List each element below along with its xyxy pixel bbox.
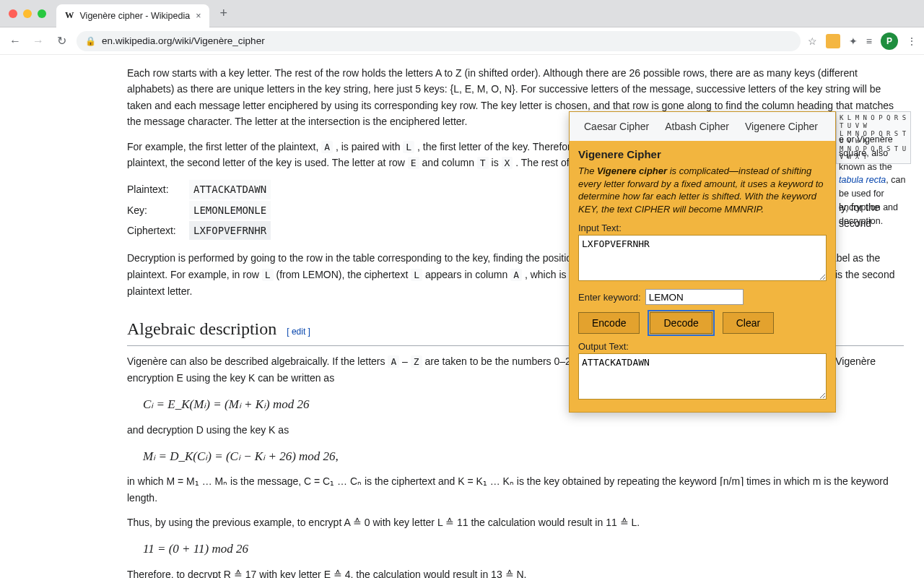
input-textarea[interactable] — [578, 235, 827, 281]
output-text-label: Output Text: — [578, 341, 827, 352]
tab-vigenere[interactable]: Vigenere Cipher — [745, 121, 818, 132]
bookmark-star-icon[interactable]: ☆ — [808, 35, 817, 47]
cipher-tabs: Caesar Cipher Atbash Cipher Vigenere Cip… — [570, 112, 835, 141]
input-text-label: Input Text: — [578, 223, 827, 233]
url-text: en.wikipedia.org/wiki/Vigenère_cipher — [102, 35, 265, 46]
new-tab-button[interactable]: + — [215, 6, 232, 21]
cipher-extension-popup: Caesar Cipher Atbash Cipher Vigenere Cip… — [569, 111, 836, 413]
decode-button[interactable]: Decode — [650, 312, 712, 334]
close-window-icon[interactable] — [9, 9, 17, 18]
paragraph: in which M = M₁ … Mₙ is the message, C =… — [127, 473, 904, 506]
encode-button[interactable]: Encode — [578, 312, 640, 334]
profile-avatar[interactable]: P — [881, 33, 898, 50]
browser-tab[interactable]: W Vigenère cipher - Wikipedia × — [56, 4, 209, 27]
address-bar[interactable]: 🔒 en.wikipedia.org/wiki/Vigenère_cipher — [77, 31, 801, 51]
equation: Mᵢ = D_K(Cᵢ) = (Cᵢ − Kᵢ + 26) mod 26, — [143, 447, 904, 466]
tabula-recta-link[interactable]: tabula recta — [839, 175, 886, 185]
browser-menu-icon[interactable]: ⋮ — [907, 35, 917, 47]
tab-title: Vigenère cipher - Wikipedia — [80, 11, 191, 21]
key-label: Key: — [127, 202, 189, 218]
forward-button[interactable]: → — [30, 35, 46, 48]
ciphertext-label: Ciphertext: — [127, 223, 189, 238]
maximize-window-icon[interactable] — [38, 9, 46, 18]
ciphertext-value: LXFOPVEFRNHR — [189, 221, 271, 240]
edit-section-link[interactable]: [ edit ] — [287, 327, 310, 337]
cutoff-text: ly, for the second — [839, 199, 911, 232]
lock-icon: 🔒 — [85, 36, 96, 46]
reload-button[interactable]: ↻ — [53, 34, 69, 48]
close-tab-icon[interactable]: × — [196, 11, 201, 21]
output-textarea[interactable] — [578, 353, 827, 400]
window-controls — [9, 9, 46, 18]
paragraph: and decryption D using the key K as — [127, 422, 904, 438]
paragraph: Therefore, to decrypt R ≙ 17 with key le… — [127, 566, 904, 578]
key-value: LEMONLEMONLE — [189, 201, 271, 220]
clear-button[interactable]: Clear — [723, 312, 774, 334]
extensions-puzzle-icon[interactable]: ✦ — [849, 35, 858, 47]
plaintext-value: ATTACKATDAWN — [189, 180, 271, 199]
favicon-icon: W — [65, 10, 74, 21]
back-button[interactable]: ← — [7, 35, 23, 48]
reading-list-icon[interactable]: ≡ — [866, 35, 872, 47]
browser-toolbar: ← → ↻ 🔒 en.wikipedia.org/wiki/Vigenère_c… — [0, 27, 924, 55]
equation: 11 = (0 + 11) mod 26 — [143, 539, 904, 558]
extension-icon[interactable] — [826, 34, 840, 48]
keyword-input[interactable] — [645, 289, 744, 305]
tab-atbash[interactable]: Atbash Cipher — [665, 121, 729, 132]
minimize-window-icon[interactable] — [23, 9, 32, 18]
browser-titlebar: W Vigenère cipher - Wikipedia × + — [0, 0, 924, 27]
popup-title: Vigenere Cipher — [578, 148, 827, 160]
paragraph: Thus, by using the previous example, to … — [127, 514, 904, 530]
plaintext-label: Plaintext: — [127, 181, 189, 197]
page-viewport: K L M N O P Q R S T U V W L M N O P Q R … — [0, 55, 924, 578]
popup-description: The Vigenere cipher is complicated—inste… — [578, 165, 827, 215]
tab-caesar[interactable]: Caesar Cipher — [584, 121, 649, 132]
keyword-label: Enter keyword: — [578, 292, 641, 303]
